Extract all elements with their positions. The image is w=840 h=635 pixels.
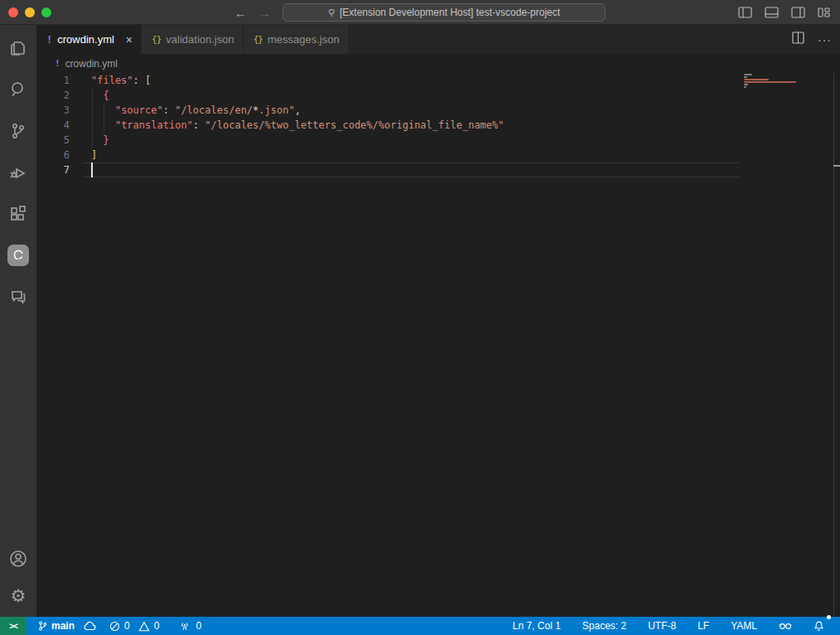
eol-item[interactable]: LF — [693, 617, 713, 635]
tab-validation-json[interactable]: {} validation.json — [142, 25, 244, 54]
code-lines: 1"files": [2 {3 "source": "/locales/en/*… — [36, 73, 739, 177]
split-editor-icon[interactable] — [792, 32, 804, 47]
code-text: ] — [91, 148, 97, 162]
notification-dot — [827, 615, 831, 619]
breadcrumb-file-label: crowdin.yml — [65, 58, 118, 70]
yaml-file-icon: ! — [55, 58, 60, 69]
feedback-item[interactable] — [775, 617, 796, 635]
json-file-icon: {} — [152, 34, 161, 45]
navigate-forward-icon[interactable]: → — [258, 6, 271, 20]
language-mode-item[interactable]: YAML — [727, 617, 761, 635]
window-controls — [8, 7, 51, 17]
code-line[interactable]: 7 — [36, 162, 739, 177]
accounts-icon[interactable] — [7, 547, 30, 570]
customize-layout-icon[interactable] — [818, 7, 830, 18]
more-actions-icon[interactable]: ··· — [818, 33, 832, 46]
text-cursor — [91, 162, 93, 177]
minimap-line — [744, 81, 796, 83]
code-line[interactable]: 3 "source": "/locales/en/*.json", — [36, 103, 739, 118]
crowdin-extension-icon[interactable] — [7, 244, 30, 267]
tab-crowdin-yml[interactable]: ! crowdin.yml × — [36, 25, 142, 54]
explorer-icon[interactable] — [7, 36, 30, 60]
source-control-icon[interactable] — [7, 119, 30, 143]
errors-icon — [109, 621, 120, 632]
ports-count: 0 — [196, 620, 201, 632]
warnings-count: 0 — [154, 620, 160, 632]
tab-messages-json[interactable]: {} messages.json — [244, 25, 349, 54]
code-editor[interactable]: 1"files": [2 {3 "source": "/locales/en/*… — [36, 73, 840, 617]
search-icon: ⚲ — [328, 7, 335, 18]
remote-icon: >< — [9, 622, 17, 631]
cloud-icon — [83, 621, 96, 632]
notifications-item[interactable] — [809, 617, 828, 635]
code-line[interactable]: 1"files": [ — [36, 73, 739, 88]
close-tab-icon[interactable]: × — [126, 33, 133, 46]
indent-guide — [104, 103, 104, 133]
minimap-line — [744, 86, 746, 88]
branch-icon — [37, 620, 48, 632]
code-text: { — [91, 88, 109, 103]
errors-count: 0 — [124, 620, 130, 632]
cursor-position-item[interactable]: Ln 7, Col 1 — [509, 617, 565, 635]
toggle-panel-icon[interactable] — [765, 7, 779, 18]
minimap-line — [744, 76, 747, 78]
comments-icon[interactable] — [7, 285, 30, 308]
json-file-icon: {} — [253, 34, 263, 45]
code-text: } — [91, 133, 109, 148]
command-center-search[interactable]: ⚲ [Extension Development Host] test-vsco… — [282, 3, 606, 22]
code-line[interactable]: 5 } — [36, 133, 739, 148]
indent-guide — [92, 88, 93, 148]
status-bar: >< main 0 — [0, 617, 840, 635]
minimap-line — [744, 79, 769, 80]
overview-cursor-marker — [833, 165, 840, 167]
command-center-label: [Extension Development Host] test-vscode… — [340, 7, 560, 18]
minimize-window-button[interactable] — [25, 7, 35, 17]
radio-tower-icon — [179, 620, 191, 632]
ports-item[interactable]: 0 — [175, 617, 205, 635]
overview-ruler[interactable] — [833, 73, 840, 617]
sync-changes-item[interactable] — [79, 617, 100, 635]
git-branch-item[interactable]: main — [33, 617, 79, 635]
line-number: 4 — [36, 118, 91, 133]
code-text: "files": [ — [91, 73, 151, 88]
line-number: 3 — [36, 103, 91, 118]
minimap[interactable] — [739, 73, 833, 617]
remote-indicator[interactable]: >< — [0, 617, 27, 635]
tab-label: validation.json — [166, 33, 234, 46]
encoding-item[interactable]: UTF-8 — [644, 617, 680, 635]
code-line[interactable]: 2 { — [36, 88, 739, 103]
warnings-icon — [138, 621, 150, 632]
line-number: 2 — [36, 88, 91, 103]
feedback-smiley-icon — [779, 621, 792, 632]
branch-label: main — [51, 620, 75, 632]
activity-bar: ⚙ — [0, 25, 36, 617]
code-line[interactable]: 4 "translation": "/locales/%two_letters_… — [36, 118, 739, 133]
crowdin-logo — [7, 245, 29, 266]
search-sidebar-icon[interactable] — [7, 78, 30, 101]
tab-label: crowdin.yml — [57, 33, 114, 46]
close-window-button[interactable] — [8, 7, 18, 17]
tab-bar: ! crowdin.yml × {} validation.json {} me… — [36, 25, 840, 54]
yaml-file-icon: ! — [46, 34, 52, 46]
line-number: 1 — [36, 73, 91, 88]
title-bar: ← → ⚲ [Extension Development Host] test-… — [0, 0, 840, 25]
line-number: 5 — [36, 133, 91, 148]
maximize-window-button[interactable] — [41, 7, 51, 17]
navigate-back-icon[interactable]: ← — [234, 6, 247, 20]
line-number: 6 — [36, 148, 91, 162]
toggle-primary-sidebar-icon[interactable] — [738, 7, 752, 18]
minimap-line — [744, 74, 752, 75]
line-number: 7 — [36, 162, 91, 177]
toggle-secondary-sidebar-icon[interactable] — [791, 7, 805, 18]
breadcrumb[interactable]: ! crowdin.yml — [36, 54, 840, 73]
minimap-line — [744, 84, 748, 85]
bell-icon — [813, 620, 824, 632]
run-debug-icon[interactable] — [7, 161, 30, 184]
settings-gear-icon[interactable]: ⚙ — [7, 584, 30, 607]
extensions-icon[interactable] — [7, 202, 30, 225]
code-text: "translation": "/locales/%two_letters_co… — [91, 118, 504, 133]
indentation-item[interactable]: Spaces: 2 — [578, 617, 630, 635]
code-text: "source": "/locales/en/*.json", — [91, 103, 301, 118]
code-line[interactable]: 6] — [36, 148, 739, 162]
problems-item[interactable]: 0 0 — [105, 617, 163, 635]
